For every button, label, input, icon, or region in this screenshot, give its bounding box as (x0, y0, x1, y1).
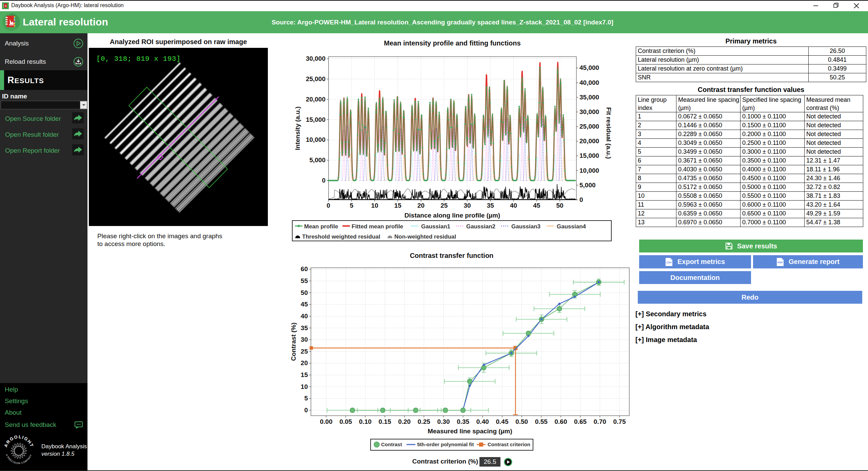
svg-text:Measured line spacing (µm): Measured line spacing (µm) (428, 428, 512, 435)
svg-text:0.50: 0.50 (515, 418, 528, 425)
svg-text:0.75: 0.75 (613, 418, 626, 425)
svg-text:30,000: 30,000 (579, 108, 599, 115)
svg-text:35: 35 (487, 202, 494, 209)
svg-text:10,000: 10,000 (306, 136, 326, 143)
svg-text:45: 45 (301, 301, 308, 308)
svg-text:15,000: 15,000 (306, 116, 326, 123)
svg-text:0.15: 0.15 (379, 418, 391, 425)
svg-text:10: 10 (371, 202, 378, 209)
svg-text:50: 50 (556, 202, 563, 209)
svg-text:Threshold weighted residual: Threshold weighted residual (302, 233, 380, 240)
svg-text:0.35: 0.35 (457, 418, 469, 425)
svg-text:55: 55 (301, 277, 308, 284)
svg-text:0.00: 0.00 (320, 418, 333, 425)
svg-text:Gaussian1: Gaussian1 (421, 223, 450, 230)
svg-text:20,000: 20,000 (306, 96, 326, 103)
svg-text:0.30: 0.30 (437, 418, 450, 425)
svg-text:45,000: 45,000 (579, 64, 599, 71)
svg-text:Contrast: Contrast (381, 441, 402, 447)
svg-text:30: 30 (301, 336, 308, 343)
svg-text:25: 25 (440, 202, 448, 209)
svg-text:15: 15 (394, 202, 402, 209)
svg-text:45: 45 (533, 202, 540, 209)
svg-text:50: 50 (301, 289, 308, 296)
svg-text:40,000: 40,000 (579, 79, 599, 86)
svg-text:A PRECISION COMPANY: A PRECISION COMPANY (5, 454, 32, 465)
svg-text:0: 0 (579, 196, 583, 203)
svg-text:0: 0 (327, 202, 330, 209)
svg-text:0.60: 0.60 (555, 418, 567, 425)
svg-text:Contrast transfer function: Contrast transfer function (410, 252, 494, 259)
svg-text:Gaussian2: Gaussian2 (466, 223, 495, 230)
svg-text:Mean intensity profile and fit: Mean intensity profile and fitting funct… (384, 39, 520, 47)
svg-text:Fitted mean profile: Fitted mean profile (352, 223, 403, 230)
svg-text:0: 0 (304, 407, 308, 414)
svg-text:15,000: 15,000 (579, 152, 599, 159)
svg-text:0.40: 0.40 (476, 418, 489, 425)
svg-text:Non-weighted residual: Non-weighted residual (394, 233, 456, 240)
svg-text:0.55: 0.55 (535, 418, 548, 425)
svg-text:CSV: CSV (666, 261, 672, 264)
svg-text:Fit residual (a.u.): Fit residual (a.u.) (605, 107, 612, 159)
svg-text:Mean profile: Mean profile (304, 223, 338, 230)
svg-text:0.65: 0.65 (574, 418, 587, 425)
svg-text:25,000: 25,000 (579, 123, 599, 130)
svg-text:0: 0 (322, 177, 326, 184)
svg-text:0.45: 0.45 (496, 418, 509, 425)
svg-text:5th-order polynomial fit: 5th-order polynomial fit (417, 441, 474, 447)
svg-text:20: 20 (301, 359, 308, 366)
svg-text:25,000: 25,000 (306, 75, 326, 82)
svg-text:15: 15 (301, 371, 308, 378)
svg-text:20: 20 (417, 202, 425, 209)
svg-text:10,000: 10,000 (579, 167, 599, 174)
svg-text:30: 30 (463, 202, 471, 209)
svg-text:5,000: 5,000 (579, 182, 596, 189)
svg-text:20,000: 20,000 (579, 137, 599, 145)
svg-text:0.05: 0.05 (339, 418, 352, 425)
svg-text:0.20: 0.20 (398, 418, 411, 425)
svg-text:5: 5 (350, 202, 354, 209)
svg-text:30,000: 30,000 (306, 55, 326, 62)
svg-text:35: 35 (301, 324, 308, 332)
svg-text:40: 40 (301, 313, 308, 320)
svg-text:0.10: 0.10 (359, 418, 372, 425)
svg-text:Contrast (%): Contrast (%) (290, 323, 297, 361)
svg-text:[0, 318; 819 x 193]: [0, 318; 819 x 193] (96, 55, 181, 63)
svg-text:60: 60 (301, 265, 308, 272)
svg-text:Contrast criterion: Contrast criterion (488, 441, 530, 447)
svg-text:Distance along line profile (µ: Distance along line profile (µm) (405, 212, 500, 219)
svg-text:5: 5 (304, 395, 308, 402)
svg-text:35,000: 35,000 (579, 94, 599, 101)
svg-text:0.70: 0.70 (594, 418, 606, 425)
svg-text:0.25: 0.25 (418, 418, 430, 425)
svg-text:Gaussian4: Gaussian4 (557, 223, 586, 230)
svg-text:5,000: 5,000 (309, 156, 326, 164)
svg-text:40: 40 (510, 202, 517, 209)
svg-text:PDF: PDF (777, 261, 783, 264)
svg-text:ARGOLIGHT: ARGOLIGHT (3, 434, 35, 448)
svg-text:Intensity (a.u.): Intensity (a.u.) (294, 107, 301, 150)
svg-text:Gaussian3: Gaussian3 (511, 223, 540, 230)
svg-text:25: 25 (301, 348, 308, 355)
svg-text:10: 10 (301, 383, 308, 390)
